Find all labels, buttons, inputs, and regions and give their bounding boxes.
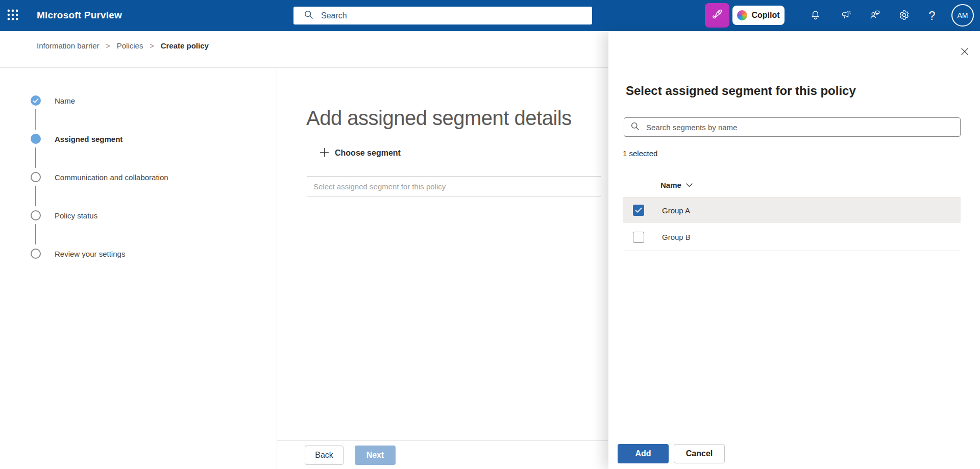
breadcrumb: Information barrier > Policies > Create … [37,41,209,50]
plus-icon [320,147,329,159]
breadcrumb-policies[interactable]: Policies [117,41,143,50]
feedback-button[interactable] [866,7,884,24]
step-connector [35,109,36,130]
copilot-label: Copilot [751,11,779,20]
copilot-logo [737,10,747,20]
step-label: Policy status [55,211,97,220]
assigned-segment-input[interactable] [307,176,601,196]
choose-segment-button[interactable]: Choose segment [320,146,401,160]
chevron-down-icon [686,181,693,189]
wizard-footer-divider [277,440,608,441]
segment-name: Group B [662,233,691,241]
cancel-button[interactable]: Cancel [674,444,725,463]
purview-app: Microsoft Purview Copilot [0,0,980,469]
search-icon [630,121,640,133]
step-communication-and-collaboration[interactable]: Communication and collaboration [31,172,168,182]
checkbox-unchecked[interactable] [633,232,644,243]
help-icon: ? [929,10,936,22]
back-button[interactable]: Back [305,446,344,465]
step-label: Name [55,96,75,105]
segment-search-box [624,117,961,137]
select-segment-flyout: Select assigned segment for this policy … [608,32,980,469]
step-connector [35,186,36,206]
step-assigned-segment[interactable]: Assigned segment [31,134,122,144]
step-completed-check-icon [31,95,41,106]
page-title: Add assigned segment details [306,107,572,130]
settings-button[interactable] [895,7,913,24]
notifications-button[interactable] [806,7,824,24]
step-current-dot [31,134,41,144]
step-label: Assigned segment [55,135,122,143]
megaphone-icon [840,9,852,22]
step-connector [35,224,36,244]
step-label: Review your settings [55,250,125,258]
content-top-divider [0,67,608,68]
step-label: Communication and collaboration [55,173,168,182]
bell-icon [810,9,821,22]
account-avatar[interactable]: AM [951,4,974,27]
step-upcoming-dot [31,172,41,182]
top-app-bar: Microsoft Purview Copilot [0,0,980,31]
segment-row-group-b[interactable]: Group B [623,224,961,251]
app-title: Microsoft Purview [37,10,122,21]
segment-name: Group A [662,206,690,215]
avatar-initials: AM [958,11,968,19]
step-policy-status[interactable]: Policy status [31,210,97,220]
stepper-main-divider [277,68,277,469]
step-review-your-settings[interactable]: Review your settings [31,249,125,259]
add-button[interactable]: Add [618,444,669,463]
rocket-icon [710,8,724,23]
breadcrumb-separator: > [106,42,110,50]
gear-icon [898,9,910,22]
announcements-button[interactable] [837,7,854,24]
step-upcoming-dot [31,210,41,220]
step-upcoming-dot [31,249,41,259]
copilot-button[interactable]: Copilot [732,6,785,25]
checkbox-checked[interactable] [633,205,644,216]
global-search-box [293,7,592,24]
column-header-name[interactable]: Name [660,181,693,189]
close-icon [959,46,970,59]
people-feedback-icon [869,9,881,22]
global-search-input[interactable] [320,11,586,21]
choose-segment-label: Choose segment [335,149,401,158]
segment-row-group-a[interactable]: Group A [623,198,961,223]
help-button[interactable]: ? [923,7,941,24]
app-launcher-button[interactable] [0,0,26,31]
step-connector [35,147,36,168]
panel-title: Select assigned segment for this policy [626,84,856,98]
selected-count: 1 selected [623,149,657,158]
breadcrumb-separator: > [150,42,154,50]
segment-search-input[interactable] [645,122,954,132]
whats-new-button[interactable] [705,3,729,28]
close-panel-button[interactable] [958,45,972,59]
step-name[interactable]: Name [31,95,75,106]
waffle-icon [6,8,19,23]
breadcrumb-information-barrier[interactable]: Information barrier [37,41,100,50]
column-header-label: Name [660,181,681,189]
next-button[interactable]: Next [355,446,396,465]
table-divider [623,251,961,251]
breadcrumb-create-policy: Create policy [161,41,209,50]
search-icon [304,10,314,22]
